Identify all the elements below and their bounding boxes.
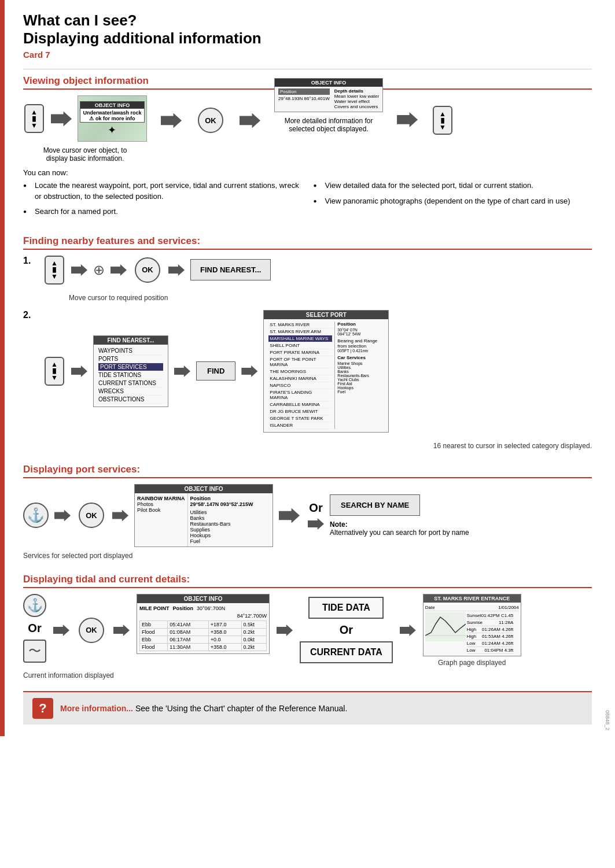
arrow-t-2: [113, 625, 130, 636]
select-port-box: SELECT PORT ST. MARKS RIVER ST. MARKS RI…: [263, 310, 389, 433]
step-arrow-4: [397, 112, 418, 127]
step-arrow-1: [51, 111, 72, 126]
nav-button-step1[interactable]: ▲ ▐▌ ▼: [45, 256, 64, 285]
or-block: Or: [305, 501, 326, 530]
bottom-bar-text: More information... See the 'Using the C…: [60, 704, 347, 713]
service-fuel: Fuel: [337, 390, 384, 394]
tidal-table: Ebb 05:41AM +187.0 0.5kt Flood 01:08AM +…: [139, 620, 267, 651]
you-can-now-label: You can now:: [23, 168, 592, 177]
obj-info-position-label: Position: [278, 88, 330, 95]
more-info-label: More information...: [60, 704, 133, 713]
find-button[interactable]: FIND: [196, 361, 235, 381]
tidal-caption: Current information displayed: [23, 671, 592, 679]
bullets-left: Locate the nearest waypoint, port, port …: [23, 180, 302, 221]
position-label-port: Position: [190, 496, 253, 501]
card-label: Card 7: [23, 50, 592, 60]
arrow-ps-4: [308, 518, 324, 530]
or-note-block: Note: Alternatively you can search for p…: [330, 520, 469, 537]
fn-item-tide: TIDE STATIONS: [98, 371, 163, 379]
nav-button-step2[interactable]: ▲ ▐▌ ▼: [45, 357, 64, 386]
service-utilities: Utilities: [337, 365, 384, 370]
tidal-section: Displaying tidal and current details: ⚓ …: [23, 574, 592, 679]
search-by-name-button[interactable]: SEARCH BY NAME: [330, 494, 420, 516]
arrow-s1-1: [71, 264, 87, 276]
find-nearest-box-title: FIND NEAREST...: [94, 336, 168, 345]
arrow-s2-2: [174, 365, 190, 377]
sp-item-5: PORT PIRATE MARINA: [268, 349, 332, 356]
bullet-right-2: View panoramic photographs (dependent on…: [314, 196, 592, 206]
nav-button-up-down-1[interactable]: ▲ ▐▌ ▼: [24, 104, 44, 133]
nav-center-icon-2: ▐▌: [439, 118, 445, 123]
st-row-sunrise: Sunrise 11:28A: [467, 619, 514, 626]
find-nearest-button[interactable]: FIND NEAREST...: [190, 259, 271, 280]
sp-item-2: ST. MARKS RIVER ARM: [268, 328, 332, 335]
position-value2-tidal: 84°12'.700W: [139, 613, 267, 619]
ok-button-s1[interactable]: OK: [135, 257, 160, 283]
nav-button-up-down-2[interactable]: ▲ ▐▌ ▼: [433, 106, 452, 135]
bullets-right: View detailed data for the selected port…: [314, 180, 592, 221]
fn-item-current: CURRENT STATIONS: [98, 379, 163, 387]
step-arrow-3: [240, 113, 260, 128]
select-port-list: ST. MARKS RIVER ST. MARKS RIVER ARM MARS…: [268, 322, 332, 429]
viewing-caption-1: Move cursor over object, to display basi…: [33, 146, 137, 162]
sp-item-10: PIRATE'S LANDING MARINA: [268, 389, 332, 401]
finding-title: Finding nearby features and services:: [23, 235, 592, 250]
tr2-time: 01:08AM: [168, 628, 208, 636]
arrow-t-3: [277, 625, 293, 636]
arrow-ps-2: [112, 509, 128, 521]
service-hookups: Hookups: [337, 386, 384, 390]
anchor-icon-tidal: ⚓: [23, 594, 46, 617]
chevron-up-icon-s1: ▲: [51, 259, 58, 267]
position-value-sp: 30°04' 07N084°12' 54W: [337, 328, 384, 336]
sp-item-11: CARRABELLE MARINA: [268, 401, 332, 408]
obj-info-line2: ⚠ ok for more info: [83, 116, 141, 121]
rock-icon: ✦: [80, 124, 144, 136]
ok-button-ps[interactable]: OK: [79, 503, 104, 528]
step1-num: 1.: [23, 256, 38, 266]
chevron-down-icon-s2: ▼: [51, 374, 58, 382]
tr3-height: +0.0: [208, 636, 241, 643]
obj-info-title-basic: OBJECT INFO: [80, 102, 143, 109]
ok-button-1[interactable]: OK: [198, 108, 223, 133]
st-row-low1: Low 01:24AM 4.26ft: [467, 640, 514, 647]
sp-item-9: NAPISCO: [268, 382, 332, 389]
arrow-s2-3: [241, 365, 257, 377]
st-row-high2: High 01:53AM 4.26ft: [467, 633, 514, 640]
photos-label: Photos: [137, 501, 185, 507]
obj-info-detailed: OBJECT INFO Position 29°48.193N 86°10.40…: [274, 78, 383, 112]
fn-item-port-services[interactable]: PORT SERVICES: [98, 363, 163, 371]
tide-data-button[interactable]: TIDE DATA: [308, 597, 384, 619]
select-port-title: SELECT PORT: [264, 311, 388, 319]
step-arrow-2: [161, 113, 182, 128]
chevron-up-icon: ▲: [31, 108, 38, 116]
ok-button-tidal[interactable]: OK: [79, 618, 104, 643]
obj-info-tidal: OBJECT INFO MILE POINT Position 30°06'.7…: [137, 594, 270, 654]
ps-utilities: Utilities: [190, 509, 253, 515]
current-data-button[interactable]: CURRENT DATA: [300, 641, 393, 663]
service-restaurants: Restaurants-Bars: [337, 374, 384, 378]
question-mark-icon: ?: [32, 698, 53, 719]
tr3-speed: 0.0kt: [241, 636, 266, 643]
sp-item-3[interactable]: MARSHALL MARINE WAYS: [268, 335, 332, 342]
port-services-caption: Services for selected port displayed: [23, 552, 592, 560]
nav-center-icon-s2: ▐▌: [51, 368, 57, 374]
nav-center-icon: ▐▌: [31, 116, 37, 121]
date-label: Date: [425, 605, 435, 610]
tr4-speed: 0.2kt: [241, 643, 266, 651]
bullet-right-1: View detailed data for the selected port…: [314, 180, 592, 191]
crosshair-icon: ⊕: [93, 262, 105, 278]
sp-item-12: DR JG BRUCE MEWIT: [268, 408, 332, 415]
tide-graph-svg: [425, 612, 466, 641]
obj-info-position-value: 29°48.193N 86°10.401W: [278, 96, 330, 101]
chevron-up-icon-2: ▲: [439, 110, 446, 118]
position-label-tidal: Position: [173, 605, 194, 611]
sp-item-4: SHELL POINT: [268, 342, 332, 349]
port-services-section: Displaying port services: ⚓ OK OBJECT IN…: [23, 464, 592, 560]
bearing-value-sp: 005FT | 0.421nm: [337, 349, 384, 353]
page-title: What can I see? Displaying additional in…: [23, 12, 592, 47]
obj-info-detail3: Covers and uncovers: [334, 104, 379, 109]
chevron-up-icon-s2: ▲: [51, 360, 58, 368]
st-marks-data-rows: Sunset 01:42PM C1.45 Sunrise 11:28A High…: [467, 612, 514, 654]
st-marks-body: Date 1/01/2004 Sunset 01:42PM C1.: [423, 603, 521, 656]
tidal-row-1: Ebb 05:41AM +187.0 0.5kt: [140, 620, 267, 628]
